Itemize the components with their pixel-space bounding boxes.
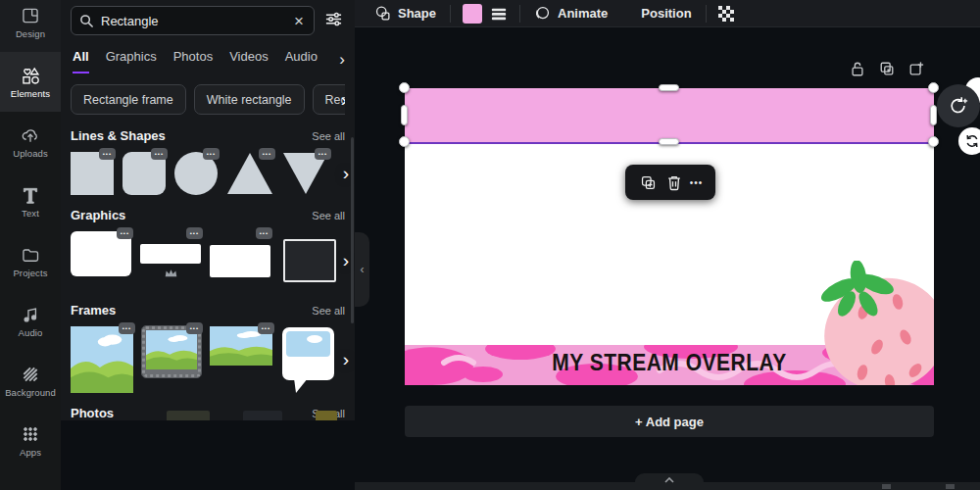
duplicate-icon [879,61,895,77]
duplicate-element-button[interactable] [638,172,659,193]
selection-handle-right[interactable] [930,105,937,125]
see-all-link[interactable]: See all [312,130,345,142]
strawberry-graphic[interactable] [802,261,934,385]
shape-button[interactable]: Shape [368,2,442,25]
section-graphics: Graphics See all ••• ••• ••• [71,208,345,290]
frame-landscape[interactable]: ••• [71,326,133,393]
photos-row [71,411,345,420]
tab-all[interactable]: All [73,49,89,74]
more-options-icon[interactable]: ••• [186,227,203,239]
animate-button[interactable]: Animate [528,2,613,25]
frames-chevron-right-icon[interactable]: › [343,349,349,370]
selection-handle-bottom-left[interactable] [399,136,410,147]
more-actions-icon[interactable]: ••• [690,177,704,188]
frame-wide-landscape[interactable]: ••• [210,326,272,366]
frame-speech-bubble[interactable] [281,326,336,393]
sidebar-item-projects[interactable]: Projects [0,231,61,291]
toolbar-divider [450,5,451,23]
fill-color-swatch[interactable] [463,4,482,24]
expand-panel-button[interactable] [635,473,704,490]
selection-handle-bottom[interactable] [659,138,679,145]
shape-square[interactable]: ••• [71,152,114,195]
tab-graphics[interactable]: Graphics [106,49,157,72]
elements-panel: × All Graphics Photos Videos Audio › Rec… [61,0,355,420]
selection-handle-bottom-right[interactable] [928,136,939,147]
sidebar-item-audio[interactable]: Audio [0,291,61,351]
delete-element-button[interactable] [664,172,684,193]
shape-circle[interactable]: ••• [174,152,218,195]
sidebar-item-background[interactable]: Background [0,351,61,411]
sync-plus-button[interactable] [937,84,980,127]
tab-videos[interactable]: Videos [229,49,269,72]
more-options-icon[interactable]: ••• [315,148,331,160]
tabs-chevron-right-icon[interactable]: › [339,50,345,70]
more-options-icon[interactable]: ••• [117,227,133,239]
graphic-white-rectangle[interactable]: ••• [210,231,270,290]
add-page-icon-button[interactable] [908,61,924,77]
photo-thumb[interactable] [167,411,210,420]
folder-icon [21,245,40,265]
chips-chevron-right-icon[interactable]: › [341,89,345,111]
photo-thumb[interactable] [243,411,282,420]
position-button[interactable]: Position [635,2,697,25]
graphics-row: ••• ••• ••• › [71,231,345,290]
section-title: Graphics [71,208,125,222]
more-options-icon[interactable]: ••• [203,148,220,160]
photo-thumb[interactable] [316,411,337,420]
tab-audio[interactable]: Audio [285,49,318,72]
graphics-chevron-right-icon[interactable]: › [343,250,349,271]
chip-white-rectangle[interactable]: White rectangle [194,84,305,115]
shape-rounded-square[interactable]: ••• [122,152,166,195]
chip-rectangle-frame[interactable]: Rectangle frame [71,84,186,115]
see-all-link[interactable]: See all [312,210,345,221]
lock-button[interactable] [850,61,865,77]
chevron-up-icon [664,477,674,483]
sidebar-item-apps[interactable]: Apps [0,411,61,470]
sidebar-item-elements[interactable]: Elements [0,52,61,112]
more-options-icon[interactable]: ••• [259,148,275,160]
graphic-white-rounded-rectangle[interactable]: ••• [71,231,131,290]
sidebar-item-design[interactable]: Design [0,0,61,52]
animate-icon [534,5,551,22]
more-options-icon[interactable]: ••• [151,148,168,160]
search-input[interactable] [101,14,285,28]
sidebar-item-text[interactable]: Text [0,172,61,231]
sidebar-item-uploads[interactable]: Uploads [0,112,61,172]
more-options-icon[interactable]: ••• [258,322,274,334]
more-options-icon[interactable]: ••• [256,227,272,239]
add-page-button[interactable]: + Add page [405,406,934,437]
shapes-chevron-right-icon[interactable]: › [343,163,349,184]
more-options-icon[interactable]: ••• [99,148,116,160]
sidebar-item-label: Design [16,28,45,39]
border-style-button[interactable] [486,4,512,24]
panel-collapse-button[interactable]: ‹ [355,232,369,307]
more-options-icon[interactable]: ••• [186,322,203,334]
duplicate-page-button[interactable] [879,61,895,77]
graphic-white-thin-rectangle[interactable]: ••• [140,231,201,290]
frame-ornate[interactable]: ••• [142,326,201,377]
selection-handle-top-left[interactable] [399,82,410,93]
shape-inverted-triangle[interactable]: ••• [282,152,329,195]
shape-triangle[interactable]: ••• [226,152,273,195]
selection-handle-left[interactable] [401,105,408,125]
transparency-button[interactable] [714,4,738,24]
panel-scrollbar[interactable] [351,137,354,323]
graphic-outlined-rectangle[interactable] [279,231,340,290]
filter-icon[interactable] [322,8,345,33]
sidebar-item-label: Apps [20,447,41,458]
frames-row: ••• ••• ••• › [71,326,345,393]
selected-rectangle-element[interactable] [405,88,934,142]
sliders-icon [324,10,343,28]
transparency-checker-icon [718,6,734,22]
see-all-link[interactable]: See all [312,305,345,317]
more-options-icon[interactable]: ••• [119,322,135,334]
clear-search-icon[interactable]: × [292,13,306,29]
search-bar[interactable]: × [71,6,315,35]
tab-photos[interactable]: Photos [173,49,213,72]
canvas-page[interactable]: MY STREAM OVERLAY [405,88,934,385]
refresh-button[interactable] [958,127,980,155]
selection-handle-top-right[interactable] [928,82,939,93]
selection-handle-top[interactable] [659,84,679,91]
sidebar-item-label: Uploads [13,148,48,159]
refresh-plus-icon [948,95,969,117]
